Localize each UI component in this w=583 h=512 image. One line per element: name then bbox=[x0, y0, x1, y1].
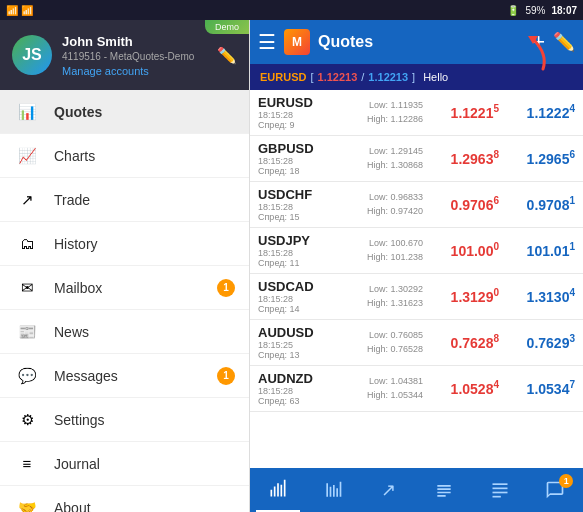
toolbar-journal-btn[interactable] bbox=[478, 468, 522, 512]
quotes-table: EURUSD 18:15:28 Спред: 9 Low: 1.11935Hig… bbox=[250, 90, 583, 468]
quote-symbol: USDCHF bbox=[258, 187, 346, 202]
left-panel: JS John Smith 4119516 - MetaQuotes-Demo … bbox=[0, 20, 250, 512]
toolbar-trade-btn[interactable]: ↗ bbox=[367, 468, 411, 512]
quote-bid: 1.05284 bbox=[427, 379, 499, 398]
table-row[interactable]: USDCHF 18:15:28 Спред: 15 Low: 0.96833Hi… bbox=[250, 182, 583, 228]
news-icon: 📰 bbox=[16, 323, 38, 341]
messages-toolbar-badge: 1 bbox=[559, 474, 573, 488]
hamburger-icon[interactable]: ☰ bbox=[258, 30, 276, 54]
toolbar-history-btn[interactable] bbox=[422, 468, 466, 512]
sidebar-item-settings[interactable]: ⚙ Settings bbox=[0, 398, 249, 442]
table-row[interactable]: USDJPY 18:15:28 Спред: 11 Low: 100.670Hi… bbox=[250, 228, 583, 274]
red-arrow bbox=[513, 34, 553, 74]
time-display: 18:07 bbox=[551, 5, 577, 16]
quote-spread: Спред: 11 bbox=[258, 258, 346, 268]
ticker-bar: EURUSD [ 1.12213 / 1.12213 ] Hello bbox=[250, 64, 583, 90]
sidebar-item-mailbox[interactable]: ✉ Mailbox 1 bbox=[0, 266, 249, 310]
sidebar-item-quotes[interactable]: 📊 Quotes bbox=[0, 90, 249, 134]
quote-spread: Спред: 14 bbox=[258, 304, 346, 314]
sidebar-item-charts[interactable]: 📈 Charts bbox=[0, 134, 249, 178]
quote-ask: 1.31304 bbox=[503, 287, 575, 306]
table-row[interactable]: GBPUSD 18:15:28 Спред: 18 Low: 1.29145Hi… bbox=[250, 136, 583, 182]
manage-accounts-link[interactable]: Manage accounts bbox=[62, 65, 207, 77]
toolbar-charts-btn[interactable] bbox=[311, 468, 355, 512]
toolbar-messages-btn[interactable]: 1 bbox=[533, 468, 577, 512]
messages-icon: 💬 bbox=[16, 367, 38, 385]
quote-symbol: GBPUSD bbox=[258, 141, 346, 156]
quotes-toolbar-icon bbox=[268, 479, 288, 499]
quote-info: GBPUSD 18:15:28 Спред: 18 bbox=[258, 141, 346, 176]
table-row[interactable]: AUDUSD 18:15:25 Спред: 13 Low: 0.76085Hi… bbox=[250, 320, 583, 366]
quote-low-high: Low: 1.11935High: 1.12286 bbox=[350, 99, 423, 126]
status-right: 🔋 59% 18:07 bbox=[507, 5, 577, 16]
about-icon: 🤝 bbox=[16, 499, 38, 513]
sidebar-item-about[interactable]: 🤝 About bbox=[0, 486, 249, 512]
quote-low-high: Low: 0.96833High: 0.97420 bbox=[350, 191, 423, 218]
quote-bid: 1.12215 bbox=[427, 103, 499, 122]
sidebar-item-label: Charts bbox=[54, 148, 95, 164]
quote-ask: 101.011 bbox=[503, 241, 575, 260]
quote-time: 18:15:28 bbox=[258, 202, 346, 212]
quote-bid: 1.31290 bbox=[427, 287, 499, 306]
header-title: Quotes bbox=[318, 33, 524, 51]
sidebar-item-trade[interactable]: ↗ Trade bbox=[0, 178, 249, 222]
mailbox-badge: 1 bbox=[217, 279, 235, 297]
signal-icons: 📶 📶 bbox=[6, 5, 33, 16]
svg-rect-1 bbox=[492, 483, 507, 485]
app-logo: M bbox=[284, 29, 310, 55]
quote-bid: 1.29638 bbox=[427, 149, 499, 168]
right-panel: ☰ M Quotes + ✏️ EURUSD [ 1.12213 / 1.122… bbox=[250, 20, 583, 512]
status-left: 📶 📶 bbox=[6, 5, 33, 16]
quote-bid: 0.97066 bbox=[427, 195, 499, 214]
quote-info: USDCAD 18:15:28 Спред: 14 bbox=[258, 279, 346, 314]
ticker-ask: 1.12213 bbox=[368, 71, 408, 83]
svg-rect-2 bbox=[492, 488, 507, 490]
quote-info: EURUSD 18:15:28 Спред: 9 bbox=[258, 95, 346, 130]
quote-low-high: Low: 1.30292High: 1.31623 bbox=[350, 283, 423, 310]
ticker-pair: EURUSD bbox=[260, 71, 306, 83]
edit-profile-icon[interactable]: ✏️ bbox=[217, 46, 237, 65]
edit-icon[interactable]: ✏️ bbox=[553, 31, 575, 53]
sidebar-item-label: Trade bbox=[54, 192, 90, 208]
quote-ask: 0.76293 bbox=[503, 333, 575, 352]
sidebar-item-journal[interactable]: ≡ Journal bbox=[0, 442, 249, 486]
sidebar-item-messages[interactable]: 💬 Messages 1 bbox=[0, 354, 249, 398]
quote-ask: 1.05347 bbox=[503, 379, 575, 398]
quote-bid: 0.76288 bbox=[427, 333, 499, 352]
quote-time: 18:15:28 bbox=[258, 110, 346, 120]
quote-symbol: AUDNZD bbox=[258, 371, 346, 386]
battery-level: 59% bbox=[525, 5, 545, 16]
quote-spread: Спред: 18 bbox=[258, 166, 346, 176]
profile-header: JS John Smith 4119516 - MetaQuotes-Demo … bbox=[0, 20, 249, 90]
quote-symbol: AUDUSD bbox=[258, 325, 346, 340]
sidebar-item-news[interactable]: 📰 News bbox=[0, 310, 249, 354]
profile-info: John Smith 4119516 - MetaQuotes-Demo Man… bbox=[62, 34, 207, 77]
quote-low-high: Low: 1.29145High: 1.30868 bbox=[350, 145, 423, 172]
quote-symbol: USDCAD bbox=[258, 279, 346, 294]
table-row[interactable]: AUDNZD 18:15:28 Спред: 63 Low: 1.04381Hi… bbox=[250, 366, 583, 412]
quote-time: 18:15:25 bbox=[258, 340, 346, 350]
svg-rect-3 bbox=[492, 492, 507, 494]
quote-info: USDCHF 18:15:28 Спред: 15 bbox=[258, 187, 346, 222]
ticker-separator: / bbox=[361, 71, 364, 83]
quote-low-high: Low: 1.04381High: 1.05344 bbox=[350, 375, 423, 402]
quote-ask: 1.29656 bbox=[503, 149, 575, 168]
profile-account: 4119516 - MetaQuotes-Demo bbox=[62, 51, 207, 62]
quote-low-high: Low: 100.670High: 101.238 bbox=[350, 237, 423, 264]
quote-spread: Спред: 9 bbox=[258, 120, 346, 130]
quote-info: USDJPY 18:15:28 Спред: 11 bbox=[258, 233, 346, 268]
table-row[interactable]: EURUSD 18:15:28 Спред: 9 Low: 1.11935Hig… bbox=[250, 90, 583, 136]
quote-low-high: Low: 0.76085High: 0.76528 bbox=[350, 329, 423, 356]
quote-symbol: USDJPY bbox=[258, 233, 346, 248]
quote-spread: Спред: 15 bbox=[258, 212, 346, 222]
table-row[interactable]: USDCAD 18:15:28 Спред: 14 Low: 1.30292Hi… bbox=[250, 274, 583, 320]
charts-toolbar-icon bbox=[323, 480, 343, 500]
sidebar-item-history[interactable]: 🗂 History bbox=[0, 222, 249, 266]
sidebar-item-label: Messages bbox=[54, 368, 118, 384]
quote-ask: 1.12224 bbox=[503, 103, 575, 122]
quote-time: 18:15:28 bbox=[258, 248, 346, 258]
sidebar-item-label: Quotes bbox=[54, 104, 102, 120]
quote-symbol: EURUSD bbox=[258, 95, 346, 110]
toolbar-quotes-btn[interactable] bbox=[256, 468, 300, 512]
journal-toolbar-icon bbox=[490, 480, 510, 500]
